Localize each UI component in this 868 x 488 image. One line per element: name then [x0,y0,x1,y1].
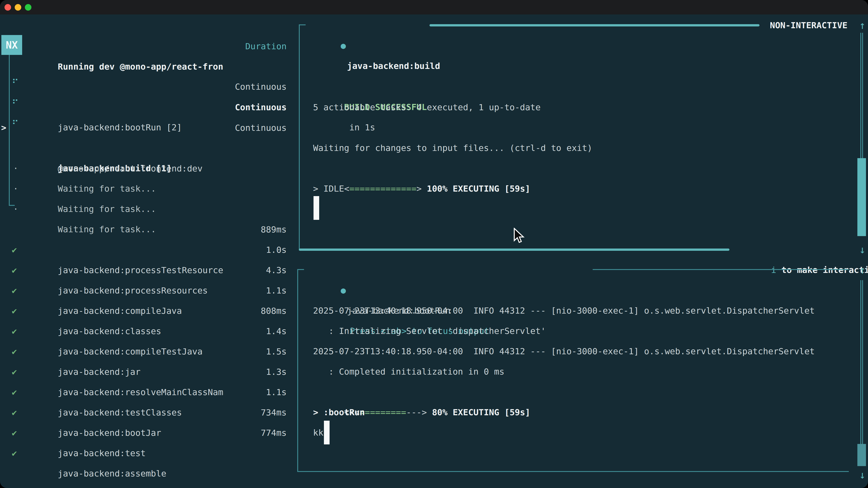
sidebar-item-completed[interactable]: ✔ java-backend:processResources 1.0s [0,240,287,260]
sidebar-item-completed[interactable]: ✔ java-backend:compileJava 4.3s [0,260,287,281]
sidebar-header: Running dev @mono-app/react-fron Duratio… [0,36,287,57]
sidebar-item-completed[interactable]: ✔ java-backend:jar 1.4s [0,321,287,341]
terminal-window: NX Running dev @mono-app/react-fron Dura… [0,0,868,488]
sidebar-item-completed[interactable]: ✔ java-backend:compileTestJava 808ms [0,301,287,321]
terminal-cursor [313,196,319,220]
sidebar-item-completed[interactable]: ✔ java-backend:testClasses 1.3s [0,362,287,382]
spinner-icon: ⠋ [12,73,19,93]
pane-bullet-icon: ● [341,41,346,51]
task-duration: 4.3s [266,260,287,281]
progress-close: > [416,184,427,194]
waiting-line: Waiting for changes to input files... (c… [313,138,592,158]
sidebar-item-bootrun[interactable]: ⠋ java-backend:bootRun [2] Continuous [0,76,287,97]
task-duration: 1.5s [266,341,287,362]
sidebar-item-waiting: · Waiting for task... [0,178,287,199]
scrollbar-track[interactable] [860,33,863,158]
build-progress-line: <=============> 100% EXECUTING [59s] [313,158,530,178]
build-success-line: BUILD SUCCESSFUL in 1s [313,76,427,97]
task-duration: 734ms [261,402,287,423]
progress-label: 80% EXECUTING [59s] [432,408,530,417]
check-icon: ✔ [12,443,17,463]
hint-text: to make interactive [776,265,868,275]
window-controls [4,4,31,11]
footer-help: quit: q help: ? [230,463,287,488]
scroll-down-icon[interactable]: ↓ [856,239,868,260]
sidebar-item-waiting: · Waiting for task... [0,158,287,178]
idle-status-line: > IDLE [313,178,344,199]
task-duration: 774ms [261,423,287,443]
stdin-input-text[interactable]: kk [313,422,323,443]
tasks-summary-line: 5 actionable tasks: 4 executed, 1 up-to-… [313,97,541,118]
sidebar-item-completed[interactable]: ✔ java-backend:resolveMainClassNam 1.5s [0,341,287,362]
interactive-hint: i to make interactive [740,239,868,260]
spinner-icon: ⠋ [12,94,19,114]
duration-column-header: Duration [245,36,287,57]
pending-dot-icon: · [13,199,18,219]
pane-header-rule [593,269,849,270]
task-duration: 808ms [261,301,287,321]
sidebar-item-build-selected[interactable]: > ⠋ java-backend:build [1] Continuous [0,97,287,118]
build-pane-header[interactable]: ● java-backend:build [310,15,440,35]
pane-border-bottom [297,471,849,472]
pane-border-left [299,24,300,250]
sidebar-title: Running dev @mono-app/react-fron [58,62,223,72]
spinner-icon: ⠋ [12,114,19,134]
scroll-up-icon[interactable]: ↑ [856,15,868,35]
scrollbar-thumb[interactable] [857,444,866,466]
task-duration: 1.1s [266,281,287,301]
log-line: 2025-07-23T13:40:18.950-04:00 INFO 44312… [313,300,815,321]
sidebar-item-completed[interactable]: ✔ java-backend:bootJar 1.1s [0,382,287,402]
gradle-task-line: > :bootRun [313,402,365,422]
bootrun-pane-header[interactable]: ● java-backend:bootRun Press <tab> to fo… [310,260,489,280]
log-line: : Completed initialization in 0 ms [313,361,504,382]
log-line: : Initializing Servlet 'dispatcherServle… [313,321,546,341]
sidebar-footer: ← 1/2 → quit: q help: ? [0,463,287,484]
pending-label: Waiting for task... [58,204,156,214]
task-status: Continuous [235,97,287,118]
terminal-cursor [324,421,330,445]
progress-bar-filled: ============= [349,184,416,194]
pane-border-left [297,269,298,472]
scroll-down-icon[interactable]: ↓ [856,465,868,485]
progress-label: 100% EXECUTING [59s] [427,184,530,194]
pane-border-bottom [299,249,730,251]
mouse-pointer-icon [514,228,526,246]
scrollbar-track[interactable] [860,280,863,444]
sidebar-item-completed[interactable]: ✔ java-backend:classes 1.1s [0,281,287,301]
pane-border-corner [299,24,306,25]
sidebar-item-completed[interactable]: ✔ java-backend:test 734ms [0,402,287,423]
progress-close: > [422,408,432,417]
build-success-suffix: in 1s [344,123,375,132]
mode-badge: NON-INTERACTIVE [770,15,847,35]
task-duration: 1.3s [266,362,287,382]
bootrun-progress-line: <<<=========---> 80% EXECUTING [59s] [313,382,530,402]
pane-bullet-icon: ● [341,285,346,295]
pane-header-rule [430,24,760,26]
progress-bar-empty: --- [406,408,422,417]
task-duration: 1.4s [266,321,287,341]
scroll-up-icon[interactable]: ↑ [856,260,868,280]
pane-title: java-backend:build [347,61,440,71]
task-status: Continuous [235,118,287,138]
minimize-button[interactable] [15,4,21,11]
progress-bar-filled: ========= [360,408,406,417]
task-duration: 889ms [261,219,287,240]
log-line: 2025-07-23T13:40:18.950-04:00 INFO 44312… [313,341,815,361]
progress-open: < [344,184,349,194]
hint-key: i [771,265,776,275]
task-duration: 1.0s [266,240,287,260]
titlebar [0,0,868,14]
sidebar-item-completed[interactable]: ✔ java-backend:assemble 774ms [0,423,287,443]
close-button[interactable] [4,4,11,11]
maximize-button[interactable] [25,4,31,11]
sidebar-item-waiting: · Waiting for task... [0,138,287,158]
sidebar-item-completed[interactable]: ✔ java-backend:processTestResource 889ms [0,219,287,240]
sidebar-item-frontend-dev[interactable]: ⠋ @mono-app/react-frontend:dev Continuou… [0,118,287,138]
task-duration: 1.1s [266,382,287,402]
task-status: Continuous [235,76,287,97]
scrollbar-thumb[interactable] [857,158,866,236]
pane-border-corner [297,269,304,270]
task-name: java-backend:test [58,448,146,458]
